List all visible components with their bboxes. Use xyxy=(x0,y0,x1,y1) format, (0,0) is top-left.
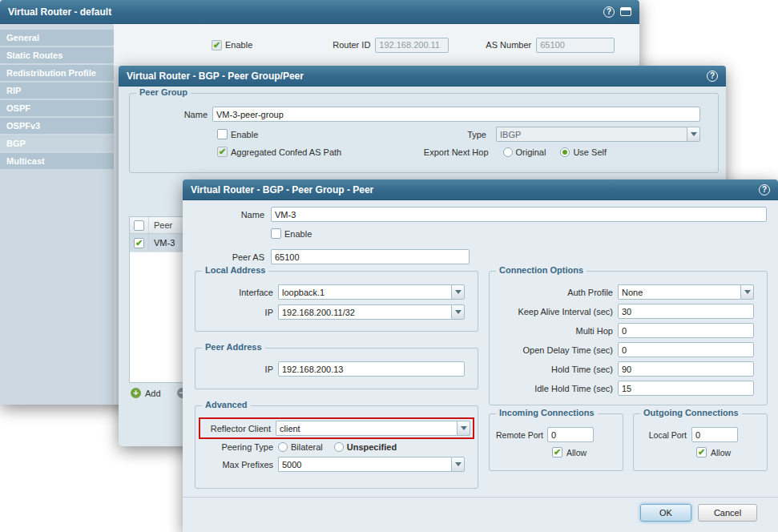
unspecified-radio[interactable] xyxy=(334,442,344,452)
sidebar-item-ospf[interactable]: OSPF xyxy=(0,100,114,116)
peer-column-header[interactable]: Peer xyxy=(149,220,172,230)
chevron-down-icon[interactable] xyxy=(451,304,465,320)
open-delay-input[interactable]: 0 xyxy=(618,342,754,357)
peer-as-label: Peer AS xyxy=(189,252,271,262)
aggregated-confed-label: Aggregated Confed AS Path xyxy=(231,147,346,157)
peer-name-input[interactable]: VM-3 xyxy=(271,207,767,222)
sidebar-item-general[interactable]: General xyxy=(0,30,114,46)
peer-enable-checkbox[interactable] xyxy=(271,228,281,239)
open-delay-label: Open Delay Time (sec) xyxy=(496,345,618,355)
idle-hold-label: Idle Hold Time (sec) xyxy=(496,384,618,393)
peer-row-name: VM-3 xyxy=(149,238,175,248)
chevron-down-icon[interactable] xyxy=(457,421,470,436)
multi-hop-input[interactable]: 0 xyxy=(618,323,754,338)
peering-type-label: Peering Type xyxy=(202,442,278,452)
chevron-down-icon[interactable] xyxy=(451,284,465,300)
multi-hop-row: Multi Hop 0 xyxy=(496,323,760,338)
as-number-input[interactable]: 65100 xyxy=(536,38,615,53)
router-enable-checkbox[interactable] xyxy=(212,40,222,50)
select-all-checkbox[interactable] xyxy=(134,220,144,231)
router-general-settings: Enable Router ID 192.168.200.11 AS Numbe… xyxy=(114,24,639,66)
bilateral-label: Bilateral xyxy=(291,442,328,452)
sidebar: General Static Routes Redistribution Pro… xyxy=(0,24,114,405)
peer-group-name-row: Name VM-3-peer-group xyxy=(136,107,711,122)
chevron-down-icon[interactable] xyxy=(451,457,465,472)
local-ip-dropdown[interactable]: 192.168.200.11/32 xyxy=(278,304,465,320)
outgoing-allow-label: Allow xyxy=(711,448,731,457)
peer-name-row: Name VM-3 xyxy=(189,207,767,222)
row-select-cell xyxy=(130,234,149,252)
outgoing-allow-checkbox[interactable] xyxy=(696,447,707,457)
dialog-header-peer-group: Virtual Router - BGP - Peer Group/Peer ? xyxy=(119,66,726,87)
router-enable-label: Enable xyxy=(225,40,252,50)
sidebar-item-ospfv3[interactable]: OSPFv3 xyxy=(0,118,114,134)
use-self-radio[interactable] xyxy=(560,147,570,157)
interface-row: Interface loopback.1 xyxy=(202,284,471,300)
max-prefixes-label: Max Prefixes xyxy=(202,460,278,470)
remote-port-row: Remote Port 0 xyxy=(496,427,616,442)
sidebar-item-static-routes[interactable]: Static Routes xyxy=(0,47,114,63)
hold-time-input[interactable]: 90 xyxy=(618,361,754,377)
hold-time-label: Hold Time (sec) xyxy=(496,365,618,374)
incoming-connections-fieldset: Incoming Connections Remote Port 0 Allow xyxy=(489,413,623,471)
max-prefixes-row: Max Prefixes 5000 xyxy=(202,457,471,472)
peer-enable-label: Enable xyxy=(284,229,312,239)
incoming-allow-checkbox[interactable] xyxy=(552,447,562,457)
sidebar-item-redistribution-profile[interactable]: Redistribution Profile xyxy=(0,65,114,81)
remote-port-label: Remote Port xyxy=(496,430,547,440)
max-prefixes-combo[interactable]: 5000 xyxy=(278,457,465,472)
dialog-header-peer: Virtual Router - BGP - Peer Group - Peer… xyxy=(183,179,778,200)
sidebar-item-multicast[interactable]: Multicast xyxy=(0,153,114,169)
local-port-label: Local Port xyxy=(640,430,691,440)
idle-hold-row: Idle Hold Time (sec) 15 xyxy=(496,381,760,396)
type-label: Type xyxy=(467,130,491,139)
router-id-label: Router ID xyxy=(333,40,370,50)
help-icon[interactable]: ? xyxy=(707,71,718,82)
peer-ip-input[interactable]: 192.168.200.13 xyxy=(278,361,465,377)
peer-group-enable-checkbox[interactable] xyxy=(217,129,228,139)
add-icon[interactable]: + xyxy=(131,388,141,398)
outgoing-connections-legend: Outgoing Connections xyxy=(640,408,742,417)
open-delay-row: Open Delay Time (sec) 0 xyxy=(496,342,760,357)
help-icon[interactable]: ? xyxy=(759,184,770,195)
keep-alive-input[interactable]: 30 xyxy=(618,304,754,319)
router-id-input[interactable]: 192.168.200.11 xyxy=(375,38,449,53)
chevron-down-icon[interactable] xyxy=(687,127,700,142)
add-button-label[interactable]: Add xyxy=(145,389,161,398)
peer-group-enable-label: Enable xyxy=(231,130,263,139)
dialog-title-default: Virtual Router - default xyxy=(8,6,111,18)
peer-name-label: Name xyxy=(189,210,271,220)
unspecified-label: Unspecified xyxy=(347,442,401,452)
sidebar-item-bgp[interactable]: BGP xyxy=(0,135,114,151)
auth-profile-value: None xyxy=(618,284,740,300)
ok-button[interactable]: OK xyxy=(640,504,691,522)
chevron-down-icon[interactable] xyxy=(740,284,754,300)
peer-group-name-input[interactable]: VM-3-peer-group xyxy=(212,107,700,122)
aggregated-confed-checkbox[interactable] xyxy=(217,147,228,157)
sidebar-item-rip[interactable]: RIP xyxy=(0,83,114,99)
outgoing-connections-fieldset: Outgoing Connections Local Port 0 Allow xyxy=(633,413,768,471)
auth-profile-dropdown[interactable]: None xyxy=(618,284,754,300)
help-icon[interactable]: ? xyxy=(603,6,615,18)
peer-as-input[interactable]: 65100 xyxy=(271,249,470,264)
reflector-client-dropdown[interactable]: client xyxy=(276,421,470,436)
interface-dropdown[interactable]: loopback.1 xyxy=(278,284,465,300)
select-all-cell xyxy=(130,217,149,233)
use-self-label: Use Self xyxy=(573,147,611,157)
type-value: IBGP xyxy=(496,127,687,142)
dialog-title-peer: Virtual Router - BGP - Peer Group - Peer xyxy=(191,184,373,195)
row-select-checkbox[interactable] xyxy=(134,238,144,248)
idle-hold-input[interactable]: 15 xyxy=(618,381,754,396)
local-port-input[interactable]: 0 xyxy=(691,427,738,442)
peer-as-row: Peer AS 65100 xyxy=(189,249,767,264)
incoming-allow-row: Allow xyxy=(552,447,616,457)
original-radio[interactable] xyxy=(503,147,513,157)
peer-enable-row: Enable xyxy=(189,228,767,239)
dialog-bgp-peer: Virtual Router - BGP - Peer Group - Peer… xyxy=(183,179,778,532)
docs-panel-icon[interactable] xyxy=(620,7,631,16)
remote-port-input[interactable]: 0 xyxy=(547,427,594,442)
type-dropdown[interactable]: IBGP xyxy=(496,127,700,142)
cancel-button[interactable]: Cancel xyxy=(698,504,757,522)
auth-profile-label: Auth Profile xyxy=(496,288,618,297)
bilateral-radio[interactable] xyxy=(278,442,288,452)
